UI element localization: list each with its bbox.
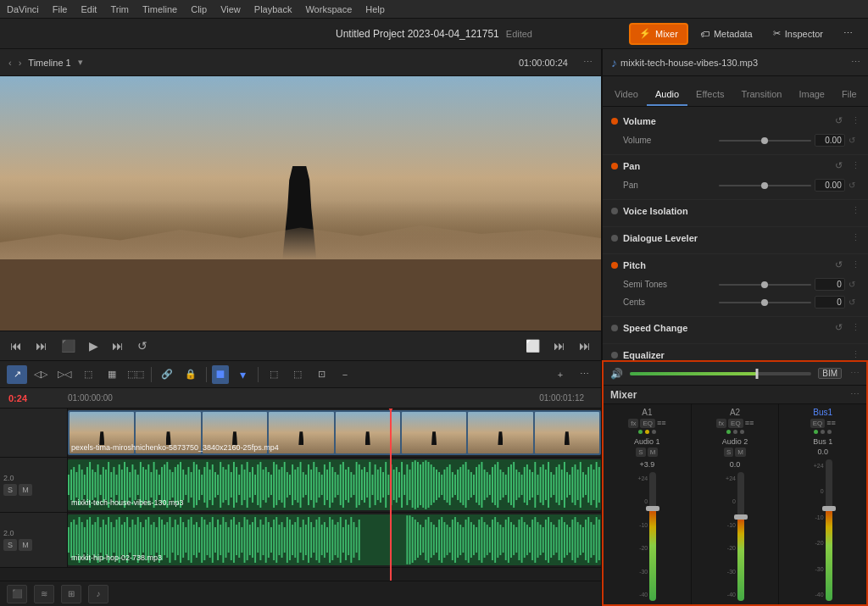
volume-slider[interactable]: [719, 140, 811, 142]
audio-track-2-content[interactable]: mixkit-hip-hop-02-738.mp3: [68, 513, 601, 567]
equalizer-options[interactable]: ⋮: [851, 349, 860, 360]
skip-next-button[interactable]: ⏭: [576, 337, 594, 354]
speed-change-reset[interactable]: ↺: [835, 322, 843, 333]
pan-options-icon[interactable]: ⋮: [851, 160, 860, 171]
equalizer-dot[interactable]: [611, 352, 618, 359]
go-to-start-button[interactable]: ⏮: [7, 337, 25, 354]
mixer-button[interactable]: ⚡ Mixer: [629, 23, 688, 45]
inspector-options-button[interactable]: ⋯: [851, 57, 860, 68]
effects-icon[interactable]: ≋: [34, 585, 54, 603]
inspector-button[interactable]: ✂ Inspector: [765, 23, 832, 45]
fast-forward-button[interactable]: ⏭: [108, 337, 127, 354]
tab-image[interactable]: Image: [790, 86, 833, 106]
audio-clip-2[interactable]: mixkit-hip-hop-02-738.mp3: [68, 514, 601, 565]
audio-clip-1[interactable]: mixkit-tech-house-vibes-130.mp3: [68, 459, 601, 510]
fullscreen-icon[interactable]: ⬜: [522, 337, 543, 354]
video-track-content[interactable]: pexels-tima-miroshnichenko-5873750_3840x…: [68, 409, 601, 457]
rewind-button[interactable]: ⏭: [32, 337, 51, 354]
pitch-reset-button[interactable]: ↺: [835, 259, 843, 270]
nav-back[interactable]: ‹: [8, 58, 12, 68]
pan-value[interactable]: 0.00: [815, 179, 845, 192]
video-clip[interactable]: pexels-tima-miroshnichenko-5873750_3840x…: [68, 410, 601, 455]
speed-change-dot[interactable]: [611, 325, 618, 331]
tab-transition[interactable]: Transition: [733, 86, 791, 106]
mixer-top-options[interactable]: ⋯: [850, 368, 860, 379]
menu-davinci[interactable]: DaVinci: [7, 4, 39, 14]
semi-tones-value[interactable]: 0: [815, 278, 845, 291]
volume-enabled-dot[interactable]: [611, 118, 618, 125]
tab-video[interactable]: Video: [606, 86, 647, 106]
mute-button-2[interactable]: M: [19, 539, 32, 551]
cents-value[interactable]: 0: [815, 296, 845, 309]
audio-icon[interactable]: ♪: [88, 585, 108, 603]
snap-tool[interactable]: ⬚⬚: [125, 365, 146, 384]
channel-a2-solo[interactable]: S: [724, 448, 733, 457]
pan-enabled-dot[interactable]: [611, 163, 618, 170]
volume-param-reset[interactable]: ↺: [849, 136, 860, 145]
channel-bus1-fader-handle[interactable]: [822, 506, 836, 511]
metadata-button[interactable]: 🏷 Metadata: [692, 23, 761, 45]
timeline-icon[interactable]: ⊞: [61, 585, 81, 603]
mute-button-1[interactable]: M: [19, 484, 32, 496]
menu-clip[interactable]: Clip: [191, 4, 207, 14]
semi-tones-reset[interactable]: ↺: [849, 280, 860, 289]
stop-button[interactable]: ⬛: [58, 337, 79, 354]
multi-tool[interactable]: ▦: [102, 365, 122, 384]
insert-mode-button[interactable]: ■: [212, 365, 229, 384]
zoom-in-button[interactable]: ⬚: [264, 365, 284, 384]
channel-a2-fx-button[interactable]: fx: [716, 419, 726, 428]
voice-isolation-options[interactable]: ⋮: [851, 205, 860, 216]
channel-bus1-fader[interactable]: [826, 459, 832, 601]
channel-a1-mute[interactable]: M: [648, 448, 659, 457]
pan-slider[interactable]: [719, 185, 811, 186]
channel-a1-fader-handle[interactable]: [646, 506, 659, 511]
audio-track-1-content[interactable]: mixkit-tech-house-vibes-130.mp3: [68, 458, 601, 512]
cents-reset[interactable]: ↺: [849, 297, 860, 307]
solo-button-1[interactable]: S: [3, 484, 17, 496]
channel-a2-mute[interactable]: M: [735, 448, 746, 457]
channel-a2-fader[interactable]: [737, 472, 744, 601]
menu-view[interactable]: View: [220, 4, 241, 14]
solo-button-2[interactable]: S: [3, 539, 17, 551]
tab-effects[interactable]: Effects: [687, 86, 732, 106]
timecode-options[interactable]: ⋯: [583, 57, 593, 68]
cents-slider[interactable]: [719, 302, 811, 303]
menu-edit[interactable]: Edit: [81, 4, 97, 14]
menu-timeline[interactable]: Timeline: [142, 4, 177, 14]
trim-in-tool[interactable]: ◁▷: [31, 365, 51, 384]
tab-file[interactable]: File: [833, 86, 865, 106]
overwrite-mode-button[interactable]: ▾: [232, 365, 253, 384]
loop-button[interactable]: ↺: [134, 337, 151, 354]
menu-workspace[interactable]: Workspace: [305, 4, 352, 14]
pitch-options-icon[interactable]: ⋮: [851, 259, 860, 270]
pan-reset-button[interactable]: ↺: [835, 160, 843, 171]
media-pool-icon[interactable]: ⬛: [7, 585, 27, 603]
tab-audio[interactable]: Audio: [647, 86, 687, 106]
nav-fwd[interactable]: ›: [19, 58, 22, 68]
volume-value[interactable]: 0.00: [815, 134, 845, 147]
voice-isolation-dot[interactable]: [611, 208, 618, 214]
select-tool-button[interactable]: ↗: [7, 365, 27, 384]
menu-trim[interactable]: Trim: [110, 4, 129, 14]
channel-a1-eq-button[interactable]: EQ: [640, 419, 655, 428]
pan-param-reset[interactable]: ↺: [849, 181, 860, 190]
timeline-dropdown-icon[interactable]: ▾: [78, 57, 83, 68]
semi-tones-slider[interactable]: [719, 284, 811, 286]
trim-out-tool[interactable]: ▷◁: [54, 365, 75, 384]
menu-help[interactable]: Help: [365, 4, 385, 14]
dialogue-leveler-dot[interactable]: [611, 235, 618, 242]
mixer-options-button[interactable]: ⋯: [850, 389, 860, 400]
fit-button[interactable]: ⊡: [311, 365, 331, 384]
channel-a1-fader[interactable]: [649, 472, 656, 601]
menu-file[interactable]: File: [53, 4, 68, 14]
menu-playback[interactable]: Playback: [254, 4, 292, 14]
more-options-button[interactable]: ⋯: [574, 365, 594, 384]
play-button[interactable]: ▶: [86, 337, 102, 354]
zoom-out-button[interactable]: ⬚: [287, 365, 308, 384]
link-button[interactable]: 🔗: [157, 365, 177, 384]
channel-a1-solo[interactable]: S: [636, 448, 645, 457]
blade-tool[interactable]: ⬚: [78, 365, 98, 384]
dialogue-leveler-options[interactable]: ⋮: [851, 232, 860, 243]
volume-reset-button[interactable]: ↺: [835, 115, 843, 126]
speed-change-options[interactable]: ⋮: [851, 322, 860, 333]
